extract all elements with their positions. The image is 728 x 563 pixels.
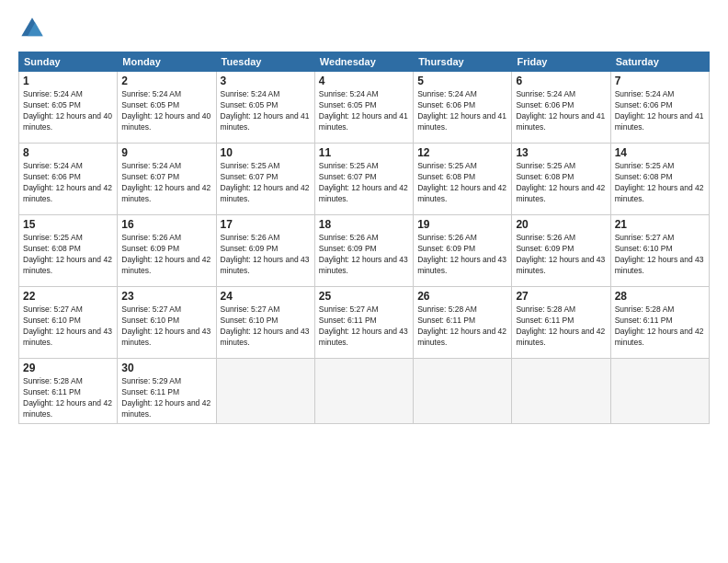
- day-info: Sunrise: 5:25 AMSunset: 6:08 PMDaylight:…: [615, 161, 705, 205]
- calendar-cell: 17Sunrise: 5:26 AMSunset: 6:09 PMDayligh…: [216, 215, 314, 287]
- day-info: Sunrise: 5:24 AMSunset: 6:05 PMDaylight:…: [221, 89, 311, 133]
- calendar-cell: 24Sunrise: 5:27 AMSunset: 6:10 PMDayligh…: [216, 287, 314, 359]
- day-info: Sunrise: 5:24 AMSunset: 6:05 PMDaylight:…: [121, 89, 211, 133]
- calendar-cell: [512, 359, 610, 424]
- day-number: 26: [417, 290, 507, 303]
- calendar-week-3: 15Sunrise: 5:25 AMSunset: 6:08 PMDayligh…: [19, 215, 710, 287]
- weekday-header-friday: Friday: [512, 52, 610, 72]
- day-number: 12: [417, 146, 507, 159]
- day-number: 15: [23, 218, 113, 231]
- calendar-cell: 8Sunrise: 5:24 AMSunset: 6:06 PMDaylight…: [19, 144, 118, 215]
- calendar-cell: 3Sunrise: 5:24 AMSunset: 6:05 PMDaylight…: [216, 72, 314, 144]
- logo-icon: [18, 15, 46, 42]
- day-info: Sunrise: 5:27 AMSunset: 6:10 PMDaylight:…: [121, 304, 211, 349]
- day-number: 9: [121, 146, 211, 159]
- logo: [18, 15, 50, 42]
- day-info: Sunrise: 5:26 AMSunset: 6:09 PMDaylight:…: [221, 233, 311, 277]
- weekday-header-monday: Monday: [118, 52, 216, 72]
- calendar-cell: 2Sunrise: 5:24 AMSunset: 6:05 PMDaylight…: [118, 72, 216, 144]
- calendar-cell: 4Sunrise: 5:24 AMSunset: 6:05 PMDaylight…: [314, 72, 413, 144]
- day-info: Sunrise: 5:24 AMSunset: 6:06 PMDaylight:…: [615, 89, 705, 133]
- calendar-cell: 29Sunrise: 5:28 AMSunset: 6:11 PMDayligh…: [19, 359, 118, 424]
- day-info: Sunrise: 5:27 AMSunset: 6:10 PMDaylight:…: [615, 233, 705, 277]
- weekday-header-wednesday: Wednesday: [314, 52, 413, 72]
- day-number: 21: [615, 218, 705, 231]
- day-info: Sunrise: 5:28 AMSunset: 6:11 PMDaylight:…: [615, 304, 705, 349]
- calendar-cell: 22Sunrise: 5:27 AMSunset: 6:10 PMDayligh…: [19, 287, 118, 359]
- calendar-week-5: 29Sunrise: 5:28 AMSunset: 6:11 PMDayligh…: [19, 359, 710, 424]
- calendar-cell: 21Sunrise: 5:27 AMSunset: 6:10 PMDayligh…: [610, 215, 709, 287]
- day-info: Sunrise: 5:25 AMSunset: 6:08 PMDaylight:…: [23, 233, 113, 277]
- calendar-cell: 1Sunrise: 5:24 AMSunset: 6:05 PMDaylight…: [19, 72, 118, 144]
- day-info: Sunrise: 5:24 AMSunset: 6:07 PMDaylight:…: [121, 161, 211, 205]
- calendar-cell: 26Sunrise: 5:28 AMSunset: 6:11 PMDayligh…: [414, 287, 512, 359]
- calendar-cell: 30Sunrise: 5:29 AMSunset: 6:11 PMDayligh…: [118, 359, 216, 424]
- day-number: 10: [221, 146, 311, 159]
- calendar-cell: 9Sunrise: 5:24 AMSunset: 6:07 PMDaylight…: [118, 144, 216, 215]
- day-number: 20: [516, 218, 606, 231]
- day-number: 16: [121, 218, 211, 231]
- calendar-cell: 11Sunrise: 5:25 AMSunset: 6:07 PMDayligh…: [314, 144, 413, 215]
- calendar-cell: 12Sunrise: 5:25 AMSunset: 6:08 PMDayligh…: [414, 144, 512, 215]
- weekday-header-tuesday: Tuesday: [216, 52, 314, 72]
- calendar-cell: 6Sunrise: 5:24 AMSunset: 6:06 PMDaylight…: [512, 72, 610, 144]
- calendar-cell: [314, 359, 413, 424]
- day-number: 23: [121, 290, 211, 303]
- calendar-cell: 19Sunrise: 5:26 AMSunset: 6:09 PMDayligh…: [414, 215, 512, 287]
- day-info: Sunrise: 5:28 AMSunset: 6:11 PMDaylight:…: [516, 304, 606, 349]
- calendar-cell: 28Sunrise: 5:28 AMSunset: 6:11 PMDayligh…: [610, 287, 709, 359]
- day-info: Sunrise: 5:24 AMSunset: 6:06 PMDaylight:…: [23, 161, 113, 205]
- calendar-cell: 25Sunrise: 5:27 AMSunset: 6:11 PMDayligh…: [314, 287, 413, 359]
- day-info: Sunrise: 5:25 AMSunset: 6:07 PMDaylight:…: [319, 161, 409, 205]
- day-number: 3: [221, 75, 311, 87]
- calendar-cell: 16Sunrise: 5:26 AMSunset: 6:09 PMDayligh…: [118, 215, 216, 287]
- day-info: Sunrise: 5:26 AMSunset: 6:09 PMDaylight:…: [319, 233, 409, 277]
- calendar-cell: 18Sunrise: 5:26 AMSunset: 6:09 PMDayligh…: [314, 215, 413, 287]
- calendar-week-2: 8Sunrise: 5:24 AMSunset: 6:06 PMDaylight…: [19, 144, 710, 215]
- day-info: Sunrise: 5:27 AMSunset: 6:10 PMDaylight:…: [221, 304, 311, 349]
- calendar-cell: 23Sunrise: 5:27 AMSunset: 6:10 PMDayligh…: [118, 287, 216, 359]
- calendar-cell: [216, 359, 314, 424]
- weekday-header-thursday: Thursday: [414, 52, 512, 72]
- day-number: 13: [516, 146, 606, 159]
- weekday-header-sunday: Sunday: [19, 52, 118, 72]
- day-number: 1: [23, 75, 113, 87]
- calendar-cell: 13Sunrise: 5:25 AMSunset: 6:08 PMDayligh…: [512, 144, 610, 215]
- day-number: 5: [417, 75, 507, 87]
- day-number: 24: [221, 290, 311, 303]
- day-number: 22: [23, 290, 113, 303]
- calendar-week-1: 1Sunrise: 5:24 AMSunset: 6:05 PMDaylight…: [19, 72, 710, 144]
- day-info: Sunrise: 5:24 AMSunset: 6:05 PMDaylight:…: [319, 89, 409, 133]
- calendar-cell: 7Sunrise: 5:24 AMSunset: 6:06 PMDaylight…: [610, 72, 709, 144]
- calendar-cell: 20Sunrise: 5:26 AMSunset: 6:09 PMDayligh…: [512, 215, 610, 287]
- calendar-cell: 14Sunrise: 5:25 AMSunset: 6:08 PMDayligh…: [610, 144, 709, 215]
- day-info: Sunrise: 5:24 AMSunset: 6:06 PMDaylight:…: [417, 89, 507, 133]
- day-number: 18: [319, 218, 409, 231]
- day-number: 11: [319, 146, 409, 159]
- day-number: 29: [23, 362, 113, 374]
- day-info: Sunrise: 5:24 AMSunset: 6:06 PMDaylight:…: [516, 89, 606, 133]
- day-number: 4: [319, 75, 409, 87]
- day-info: Sunrise: 5:24 AMSunset: 6:05 PMDaylight:…: [23, 89, 113, 133]
- calendar-cell: 15Sunrise: 5:25 AMSunset: 6:08 PMDayligh…: [19, 215, 118, 287]
- day-info: Sunrise: 5:28 AMSunset: 6:11 PMDaylight:…: [417, 304, 507, 349]
- day-number: 19: [417, 218, 507, 231]
- page: SundayMondayTuesdayWednesdayThursdayFrid…: [0, 0, 728, 563]
- day-info: Sunrise: 5:28 AMSunset: 6:11 PMDaylight:…: [23, 376, 113, 420]
- day-info: Sunrise: 5:25 AMSunset: 6:07 PMDaylight:…: [221, 161, 311, 205]
- day-number: 7: [615, 75, 705, 87]
- day-number: 28: [615, 290, 705, 303]
- day-number: 30: [121, 362, 211, 374]
- calendar-cell: 27Sunrise: 5:28 AMSunset: 6:11 PMDayligh…: [512, 287, 610, 359]
- weekday-header-saturday: Saturday: [610, 52, 709, 72]
- day-number: 17: [221, 218, 311, 231]
- calendar-cell: 5Sunrise: 5:24 AMSunset: 6:06 PMDaylight…: [414, 72, 512, 144]
- day-info: Sunrise: 5:29 AMSunset: 6:11 PMDaylight:…: [121, 376, 211, 420]
- day-number: 27: [516, 290, 606, 303]
- calendar: SundayMondayTuesdayWednesdayThursdayFrid…: [18, 52, 710, 424]
- day-info: Sunrise: 5:25 AMSunset: 6:08 PMDaylight:…: [516, 161, 606, 205]
- day-info: Sunrise: 5:27 AMSunset: 6:11 PMDaylight:…: [319, 304, 409, 349]
- day-number: 25: [319, 290, 409, 303]
- day-number: 14: [615, 146, 705, 159]
- day-info: Sunrise: 5:26 AMSunset: 6:09 PMDaylight:…: [417, 233, 507, 277]
